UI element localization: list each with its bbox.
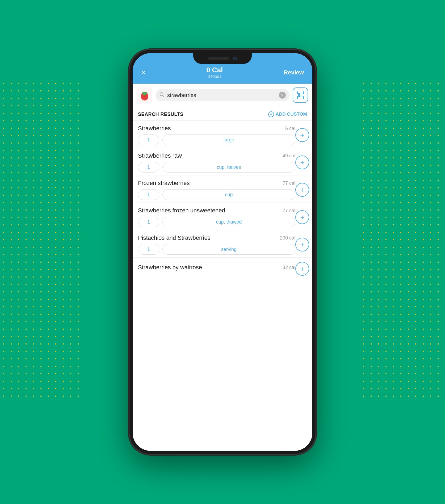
food-item-4: Pistachios and Strawberries 200 cal 1 se… bbox=[138, 234, 295, 255]
svg-point-3 bbox=[144, 97, 145, 98]
svg-rect-15 bbox=[301, 93, 301, 97]
food-name: Pistachios and Strawberries bbox=[138, 234, 211, 241]
food-name: Strawberries frozen unsweetened bbox=[138, 207, 225, 214]
svg-line-8 bbox=[163, 95, 164, 97]
quantity-button[interactable]: 1 bbox=[138, 135, 159, 145]
food-calories: 77 cal bbox=[283, 180, 295, 186]
unit-button[interactable]: cup bbox=[162, 189, 295, 200]
unit-button[interactable]: cup, thawed bbox=[162, 217, 295, 227]
food-controls: 1 cup, thawed bbox=[138, 217, 295, 227]
table-row: Pistachios and Strawberries 200 cal 1 se… bbox=[133, 230, 312, 258]
food-item-1: Strawberries raw 49 cal 1 cup, halves bbox=[138, 152, 295, 173]
food-item-2: Frozen strawberries 77 cal 1 cup bbox=[138, 180, 295, 200]
food-thumbnail bbox=[137, 87, 152, 103]
barcode-scan-button[interactable] bbox=[293, 87, 308, 103]
search-input-wrap[interactable]: × bbox=[156, 89, 289, 101]
food-item-3: Strawberries frozen unsweetened 77 cal 1… bbox=[138, 207, 295, 227]
quantity-button[interactable]: 1 bbox=[138, 189, 159, 200]
food-controls: 1 cup, halves bbox=[138, 162, 295, 173]
table-row: Strawberries by waitrose 32 cal + bbox=[133, 258, 312, 276]
header-center: 0 Cal 0 foods bbox=[206, 66, 223, 79]
food-calories: 77 cal bbox=[283, 208, 295, 213]
calorie-count: 0 Cal bbox=[206, 66, 223, 74]
phone-frame: × 0 Cal 0 foods Review bbox=[129, 50, 316, 454]
notch-camera bbox=[233, 57, 237, 60]
unit-button[interactable]: cup, halves bbox=[162, 162, 295, 173]
notch-speaker bbox=[208, 57, 229, 60]
notch bbox=[193, 53, 252, 64]
svg-rect-16 bbox=[302, 93, 302, 97]
add-food-button[interactable]: + bbox=[295, 156, 309, 169]
add-food-button[interactable]: + bbox=[295, 183, 309, 197]
table-row: Strawberries frozen unsweetened 77 cal 1… bbox=[133, 203, 312, 230]
svg-point-6 bbox=[144, 95, 145, 95]
svg-rect-14 bbox=[299, 93, 300, 97]
content-area: SEARCH RESULTS + ADD CUSTOM Strawberries… bbox=[133, 107, 312, 451]
unit-button[interactable]: large bbox=[162, 135, 295, 145]
quantity-button[interactable]: 1 bbox=[138, 244, 159, 255]
add-food-button[interactable]: + bbox=[295, 210, 309, 224]
food-name: Frozen strawberries bbox=[138, 180, 190, 187]
food-count: 0 foods bbox=[206, 74, 223, 79]
food-controls: 1 cup bbox=[138, 189, 295, 200]
svg-rect-11 bbox=[303, 91, 304, 94]
food-name: Strawberries bbox=[138, 125, 171, 132]
food-name: Strawberries by waitrose bbox=[138, 264, 202, 271]
add-food-button[interactable]: + bbox=[295, 238, 309, 251]
table-row: Frozen strawberries 77 cal 1 cup + bbox=[133, 175, 312, 203]
add-food-button[interactable]: + bbox=[295, 262, 309, 276]
svg-rect-12 bbox=[303, 96, 304, 99]
food-calories: 200 cal bbox=[280, 235, 295, 241]
food-item-0: Strawberries 6 cal 1 large bbox=[138, 125, 295, 145]
quantity-button[interactable]: 1 bbox=[138, 217, 159, 227]
phone-screen: × 0 Cal 0 foods Review bbox=[133, 53, 312, 451]
food-name: Strawberries raw bbox=[138, 152, 182, 159]
results-header: SEARCH RESULTS + ADD CUSTOM bbox=[133, 107, 312, 121]
close-button[interactable]: × bbox=[141, 69, 145, 76]
quantity-button[interactable]: 1 bbox=[138, 162, 159, 173]
food-controls: 1 serving bbox=[138, 244, 295, 255]
food-controls: 1 large bbox=[138, 135, 295, 145]
table-row: Strawberries 6 cal 1 large + bbox=[133, 121, 312, 148]
review-button[interactable]: Review bbox=[284, 69, 304, 76]
clear-search-button[interactable]: × bbox=[279, 92, 286, 99]
results-title: SEARCH RESULTS bbox=[138, 112, 183, 117]
search-icon bbox=[159, 92, 165, 99]
svg-rect-13 bbox=[298, 93, 299, 97]
add-custom-button[interactable]: + ADD CUSTOM bbox=[268, 111, 307, 117]
search-input[interactable] bbox=[167, 92, 276, 98]
food-calories: 32 cal bbox=[283, 265, 295, 270]
svg-rect-10 bbox=[297, 96, 298, 99]
table-row: Strawberries raw 49 cal 1 cup, halves + bbox=[133, 148, 312, 175]
search-area: × bbox=[133, 84, 312, 107]
food-item-5: Strawberries by waitrose 32 cal bbox=[138, 264, 295, 274]
unit-button[interactable]: serving bbox=[162, 244, 295, 255]
food-list: Strawberries 6 cal 1 large + Str bbox=[133, 121, 312, 276]
add-food-button[interactable]: + bbox=[295, 128, 309, 142]
add-custom-icon: + bbox=[268, 111, 274, 117]
food-calories: 49 cal bbox=[283, 153, 295, 159]
food-calories: 6 cal bbox=[285, 126, 295, 131]
svg-rect-9 bbox=[297, 91, 298, 94]
